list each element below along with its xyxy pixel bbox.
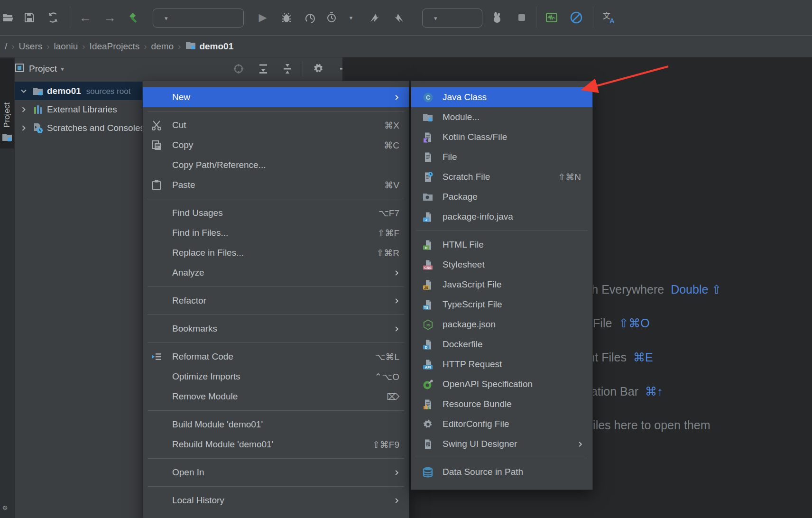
- new-submenu-item-swing-ui-designer[interactable]: Swing UI Designer: [411, 434, 592, 454]
- stripe-tab-project[interactable]: Project: [0, 58, 14, 148]
- breadcrumb-item[interactable]: demo: [151, 41, 174, 52]
- copy-icon: [150, 139, 163, 151]
- breadcrumb-item[interactable]: laoniu: [54, 41, 78, 52]
- context-menu-item-build-module-demo01[interactable]: Build Module 'demo01': [143, 415, 409, 435]
- context-menu-item-local-history[interactable]: Local History: [143, 490, 409, 510]
- submenu-arrow-icon: [393, 469, 400, 476]
- chevron-down-icon: ▾: [61, 65, 64, 73]
- new-submenu-item-stylesheet[interactable]: CSSStylesheet: [411, 255, 592, 275]
- context-menu-item-optimize-imports[interactable]: Optimize Imports⌃⌥O: [143, 367, 409, 387]
- badge-H: H: [422, 240, 434, 250]
- debug-icon[interactable]: [278, 9, 295, 26]
- context-menu-item-reformat-code[interactable]: Reformat Code⌥⌘L: [143, 347, 409, 367]
- menu-divider: [148, 410, 404, 411]
- menu-divider: [148, 458, 404, 459]
- editor-hint-shortcut: ⇧⌘O: [618, 316, 649, 330]
- new-submenu-item-dockerfile[interactable]: DDockerfile: [411, 334, 592, 354]
- context-menu-item-find-usages[interactable]: Find Usages⌥F7: [143, 203, 409, 223]
- new-submenu-item-kotlin-class-file[interactable]: Kotlin Class/File: [411, 127, 592, 147]
- svg-text:D: D: [424, 345, 427, 349]
- context-menu-item-paste[interactable]: Paste⌘V: [143, 175, 409, 195]
- badge-TS: TS: [422, 299, 434, 310]
- forward-arrow-icon[interactable]: →: [102, 9, 118, 26]
- tree-row-label: External Libraries: [47, 104, 117, 115]
- context-menu-item-rebuild-module-demo01[interactable]: Rebuild Module 'demo01'⇧⌘F9: [143, 435, 409, 454]
- new-submenu-item-openapi-specification[interactable]: OpenAPI Specification: [411, 374, 592, 394]
- new-submenu-item-java-class[interactable]: CJava Class: [411, 87, 592, 107]
- profiler-icon[interactable]: [323, 9, 340, 26]
- locate-icon[interactable]: [231, 61, 246, 76]
- build-hammer-icon[interactable]: [126, 9, 142, 26]
- menu-item-label: Find Usages: [172, 208, 223, 218]
- breadcrumb-item[interactable]: Users: [19, 41, 43, 52]
- gear-icon[interactable]: [311, 61, 326, 76]
- context-menu-item-copy[interactable]: Copy⌘C: [143, 135, 409, 155]
- menu-item-label: TypeScript File: [443, 299, 502, 310]
- context-menu-item-analyze[interactable]: Analyze: [143, 263, 409, 283]
- library-icon: [32, 104, 44, 115]
- new-submenu-item-file[interactable]: File: [411, 147, 592, 167]
- context-menu-item-find-in-files[interactable]: Find in Files...⇧⌘F: [143, 223, 409, 243]
- back-arrow-icon[interactable]: ←: [77, 9, 93, 26]
- monitor-icon[interactable]: [544, 9, 560, 26]
- toolbar-divider: [70, 7, 70, 28]
- menu-item-label: Remove Module: [172, 391, 238, 402]
- stripe-tab-label: Project: [2, 102, 12, 128]
- coverage-icon[interactable]: [303, 9, 319, 26]
- new-submenu-item-scratch-file[interactable]: Scratch File⇧⌘N: [411, 167, 592, 187]
- context-menu-item-copy-path-reference[interactable]: Copy Path/Reference...: [143, 155, 409, 175]
- open-folder-icon[interactable]: [0, 9, 16, 26]
- new-submenu-item-resource-bundle[interactable]: Resource Bundle: [411, 394, 592, 414]
- menu-item-label: Bookmarks: [172, 324, 217, 334]
- stop-icon[interactable]: [514, 9, 530, 26]
- context-menu-item-remove-module[interactable]: Remove Module⌦: [143, 387, 409, 407]
- jrebel-rabbit-icon[interactable]: [489, 9, 505, 26]
- new-submenu-item-package-info-java[interactable]: Jpackage-info.java: [411, 207, 592, 227]
- menu-item-label: package-info.java: [443, 212, 513, 222]
- menu-item-label: package.json: [443, 319, 496, 330]
- menu-divider: [416, 231, 588, 231]
- context-menu-item-open-in[interactable]: Open In: [143, 462, 409, 482]
- project-tab-icon: [1, 131, 13, 145]
- new-submenu-item-http-request[interactable]: APIHTTP Request: [411, 354, 592, 374]
- menu-item-label: Package: [443, 192, 478, 202]
- svg-text:C: C: [425, 94, 430, 101]
- context-menu-item-replace-in-files[interactable]: Replace in Files...⇧⌘R: [143, 243, 409, 263]
- chevron-right-icon: [18, 106, 29, 113]
- context-menu-item-cut[interactable]: Cut⌘X: [143, 115, 409, 135]
- new-submenu-item-javascript-file[interactable]: JSJavaScript File: [411, 275, 592, 295]
- attach-profiler-icon[interactable]: [367, 9, 383, 26]
- new-submenu-item-data-source-in-path[interactable]: Data Source in Path: [411, 462, 592, 482]
- editor-hint-shortcut: ⌘↑: [645, 385, 663, 398]
- run-configuration-select[interactable]: ▾: [153, 9, 244, 28]
- breadcrumb-root[interactable]: /: [5, 41, 7, 52]
- nodejs-icon: JS: [422, 319, 434, 330]
- collapse-all-icon[interactable]: [280, 61, 295, 76]
- submenu-arrow-icon: [393, 94, 400, 101]
- expand-all-icon[interactable]: [256, 61, 271, 76]
- menu-item-shortcut: ⇧⌘R: [376, 248, 399, 259]
- no-entry-icon[interactable]: [568, 9, 584, 26]
- editorconfig-icon: [422, 419, 434, 430]
- new-submenu-item-typescript-file[interactable]: TSTypeScript File: [411, 295, 592, 314]
- jrebel-select[interactable]: ▾: [422, 9, 482, 28]
- new-submenu-item-module[interactable]: Module...: [411, 107, 592, 127]
- new-submenu-item-editorconfig-file[interactable]: EditorConfig File: [411, 414, 592, 434]
- context-menu-item-bookmarks[interactable]: Bookmarks: [143, 319, 409, 339]
- new-submenu-item-package[interactable]: Package: [411, 187, 592, 207]
- run-icon[interactable]: ▶: [255, 9, 271, 26]
- cut-icon: [150, 120, 163, 131]
- menu-item-label: OpenAPI Specification: [443, 379, 533, 389]
- new-submenu-item-html-file[interactable]: HHTML File: [411, 235, 592, 255]
- project-panel-title[interactable]: Project: [29, 64, 57, 74]
- context-menu-item-new[interactable]: New: [143, 87, 409, 107]
- profile-app-icon[interactable]: [391, 9, 407, 26]
- breadcrumb-current[interactable]: demo01: [185, 39, 233, 53]
- translate-icon[interactable]: 文A: [601, 9, 617, 26]
- profiler-dropdown-caret-icon[interactable]: ▾: [343, 9, 359, 26]
- save-icon[interactable]: [21, 9, 37, 26]
- context-menu-item-refactor[interactable]: Refactor: [143, 291, 409, 311]
- breadcrumb-item[interactable]: IdeaProjects: [90, 41, 140, 52]
- new-submenu-item-package-json[interactable]: JSpackage.json: [411, 314, 592, 334]
- sync-icon[interactable]: [45, 9, 61, 26]
